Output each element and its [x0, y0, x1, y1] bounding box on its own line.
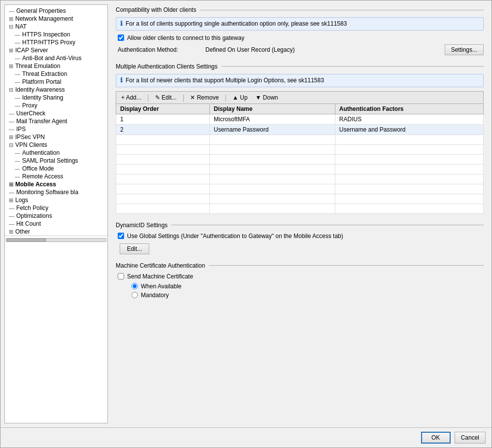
tree-item-identity-awareness[interactable]: ⊟Identity Awareness: [5, 86, 107, 94]
tree-item-proxy[interactable]: —Proxy: [5, 102, 107, 109]
auth-method-val: Defined On User Record (Legacy): [205, 46, 295, 53]
cell-name: Username Password: [209, 124, 335, 135]
compatibility-title: Compatibility with Older clients: [116, 6, 196, 13]
col-display-name: Display Name: [209, 103, 335, 114]
tree-item-anti-bot[interactable]: —Anti-Bot and Anti-Virus: [5, 54, 107, 62]
col-auth-factors: Authentication Factors: [335, 103, 483, 114]
cell-order: 2: [116, 124, 210, 135]
table-row-empty: [116, 174, 484, 184]
tree-item-identity-sharing[interactable]: —Identity Sharing: [5, 94, 107, 102]
tree-item-mail-transfer[interactable]: —Mail Transfer Agent: [5, 117, 107, 125]
auth-method-key: Authentication Method:: [118, 46, 187, 53]
when-available-label: When Available: [141, 283, 182, 290]
table-row-empty: [116, 184, 484, 194]
mandatory-radio[interactable]: [131, 292, 138, 298]
tree-item-nat[interactable]: ⊟NAT: [5, 23, 107, 31]
multiple-auth-section: Multiple Authentication Clients Settings…: [116, 63, 484, 214]
edit-dynamicid-button[interactable]: Edit...: [120, 243, 149, 254]
main-dialog: —General Properties⊞Network Management⊟N…: [0, 0, 492, 448]
table-row-empty: [116, 144, 484, 154]
tree-panel: —General Properties⊞Network Management⊟N…: [4, 4, 108, 423]
tree-item-icap-server[interactable]: ⊞ICAP Server: [5, 46, 107, 54]
tree-item-http-https-proxy[interactable]: —HTTP/HTTPS Proxy: [5, 38, 107, 46]
table-toolbar: + Add... | ✎ Edit... | ✕ Remove | ▲ Up ▼…: [116, 91, 484, 103]
auth-table: Display Order Display Name Authenticatio…: [116, 103, 484, 214]
dynamicid-title: DynamicID Settings: [116, 222, 167, 229]
tree-item-vpn-clients[interactable]: ⊟VPN Clients: [5, 141, 107, 149]
table-row-empty: [116, 194, 484, 204]
tree-item-mobile-access[interactable]: ⊞Mobile Access: [5, 180, 107, 188]
table-row-empty: [116, 154, 484, 164]
compat-info-text: For a list of clients supporting single …: [126, 20, 347, 28]
settings-button[interactable]: Settings...: [445, 44, 484, 55]
tree-item-saml-portal[interactable]: —SAML Portal Settings: [5, 157, 107, 165]
info-icon1: ℹ: [120, 20, 123, 28]
ok-button[interactable]: OK: [421, 432, 451, 444]
compatibility-section: Compatibility with Older clients ℹ For a…: [116, 6, 484, 55]
auth-method-row: Authentication Method: Defined On User R…: [116, 46, 295, 53]
use-global-settings-checkbox[interactable]: [118, 233, 124, 239]
compat-info-box: ℹ For a list of clients supporting singl…: [116, 17, 484, 31]
tree-item-threat-emulation[interactable]: ⊞Threat Emulation: [5, 62, 107, 70]
machine-cert-title: Machine Certificate Authentication: [116, 262, 205, 269]
section-divider4: [209, 265, 484, 266]
tree-item-general-properties[interactable]: —General Properties: [5, 7, 107, 15]
mandatory-label: Mandatory: [141, 292, 169, 299]
tree-item-usercheck[interactable]: —UserCheck: [5, 109, 107, 117]
section-divider1: [200, 10, 484, 10]
when-available-radio[interactable]: [131, 283, 138, 289]
tree-item-other[interactable]: ⊞Other: [5, 228, 107, 236]
multi-auth-info-text: For a list of newer clients that support…: [126, 76, 324, 85]
section-divider3: [171, 225, 484, 225]
machine-cert-section: Machine Certificate Authentication Send …: [116, 262, 484, 299]
cancel-button[interactable]: Cancel: [455, 432, 486, 444]
add-button[interactable]: + Add...: [119, 93, 143, 102]
when-available-row: When Available: [116, 283, 484, 290]
tree-item-logs[interactable]: ⊞Logs: [5, 196, 107, 204]
tree-item-office-mode[interactable]: —Office Mode: [5, 165, 107, 172]
tree-item-hit-count[interactable]: —Hit Count: [5, 220, 107, 228]
content-panel: Compatibility with Older clients ℹ For a…: [112, 4, 488, 423]
allow-older-row: Allow older clients to connect to this g…: [116, 34, 484, 41]
tree-item-https-inspection[interactable]: —HTTPS Inspection: [5, 31, 107, 38]
cell-factors: RADIUS: [335, 114, 483, 124]
info-icon2: ℹ: [120, 76, 123, 85]
use-global-settings-row: Use Global Settings (Under "Authenticati…: [116, 233, 484, 240]
mandatory-row: Mandatory: [116, 292, 484, 299]
section-divider2: [222, 66, 484, 67]
use-global-settings-label: Use Global Settings (Under "Authenticati…: [127, 233, 343, 240]
tree-item-optimizations[interactable]: —Optimizations: [5, 212, 107, 220]
up-button[interactable]: ▲ Up: [230, 93, 250, 102]
edit-button[interactable]: ✎ Edit...: [153, 93, 179, 102]
tree-item-threat-extraction[interactable]: —Threat Extraction: [5, 70, 107, 78]
dialog-footer: OK Cancel: [0, 427, 492, 448]
tree-item-monitoring-software[interactable]: —Monitoring Software bla: [5, 188, 107, 196]
tree-item-remote-access[interactable]: —Remote Access: [5, 172, 107, 180]
table-row-empty: [116, 204, 484, 213]
table-row-empty: [116, 164, 484, 174]
tree-item-authentication[interactable]: —Authentication: [5, 149, 107, 157]
table-row[interactable]: 2 Username Password Username and Passwor…: [116, 124, 484, 135]
allow-older-label: Allow older clients to connect to this g…: [127, 34, 244, 41]
send-machine-cert-checkbox[interactable]: [118, 273, 124, 279]
tree-item-ips[interactable]: —IPS: [5, 125, 107, 133]
tree-scrollbar[interactable]: [5, 236, 107, 243]
send-machine-cert-label: Send Machine Certificate: [127, 273, 193, 280]
cell-name: MicrosoftMFA: [209, 114, 335, 124]
tree-item-network-management[interactable]: ⊞Network Management: [5, 15, 107, 23]
tree-item-platform-portal[interactable]: —Platform Portal: [5, 78, 107, 86]
cell-factors: Username and Password: [335, 124, 483, 135]
cell-order: 1: [116, 114, 210, 124]
dynamicid-section: DynamicID Settings Use Global Settings (…: [116, 222, 484, 254]
tree-item-fetch-policy[interactable]: —Fetch Policy: [5, 204, 107, 212]
send-machine-cert-row: Send Machine Certificate: [116, 273, 484, 280]
table-row[interactable]: 1 MicrosoftMFA RADIUS: [116, 114, 484, 124]
table-row-empty: [116, 135, 484, 144]
tree-item-ipsec-vpn[interactable]: ⊞IPSec VPN: [5, 133, 107, 141]
remove-button[interactable]: ✕ Remove: [188, 93, 221, 102]
down-button[interactable]: ▼ Down: [254, 93, 280, 102]
multi-auth-info-box: ℹ For a list of newer clients that suppo…: [116, 74, 484, 87]
allow-older-checkbox[interactable]: [118, 34, 124, 41]
col-display-order: Display Order: [116, 103, 210, 114]
multiple-auth-title: Multiple Authentication Clients Settings: [116, 63, 218, 70]
